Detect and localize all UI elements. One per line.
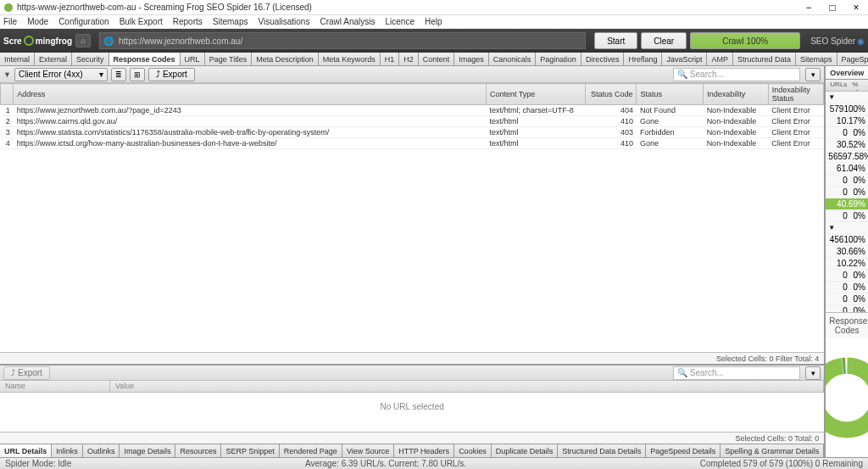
col-header[interactable]: Address bbox=[14, 84, 487, 105]
details-tab-view-source[interactable]: View Source bbox=[342, 444, 394, 457]
close-button[interactable]: × bbox=[848, 2, 865, 14]
details-tab-serp-snippet[interactable]: SERP Snippet bbox=[221, 444, 279, 457]
tree-row[interactable]: Redirection (Jav...00% bbox=[826, 175, 868, 187]
tab-meta-description[interactable]: Meta Description bbox=[252, 53, 319, 65]
tab-external[interactable]: External bbox=[35, 53, 72, 65]
tab-images[interactable]: Images bbox=[454, 53, 489, 65]
tree-row[interactable]: ▼Response Codes bbox=[826, 92, 868, 103]
table-row[interactable]: 2https://www.cairns.qld.gov.au/text/html… bbox=[1, 116, 824, 127]
response-codes-chart bbox=[826, 338, 868, 457]
tree-view-button[interactable]: ⊞ bbox=[130, 68, 145, 81]
tab-hreflang[interactable]: Hreflang bbox=[624, 53, 662, 65]
details-tab-rendered-page[interactable]: Rendered Page bbox=[280, 444, 342, 457]
menu-reports[interactable]: Reports bbox=[173, 17, 203, 26]
tab-pagespeed[interactable]: PageSpeed bbox=[837, 53, 868, 65]
tab-security[interactable]: Security bbox=[72, 53, 109, 65]
menu-bulk export[interactable]: Bulk Export bbox=[120, 17, 163, 26]
sidebar-tab-overview[interactable]: Overview bbox=[826, 66, 868, 79]
details-export-button[interactable]: ⤴Export bbox=[3, 366, 50, 380]
details-tab-image-details[interactable]: Image Details bbox=[120, 444, 175, 457]
tree-row[interactable]: All456100% bbox=[826, 234, 868, 246]
details-tab-inlinks[interactable]: Inlinks bbox=[52, 444, 83, 457]
tree-row[interactable]: No Response30.52% bbox=[826, 139, 868, 151]
menu-visualisations[interactable]: Visualisations bbox=[258, 17, 309, 26]
start-button[interactable]: Start bbox=[594, 32, 637, 49]
tab-amp[interactable]: AMP bbox=[707, 53, 733, 65]
minimize-button[interactable]: − bbox=[800, 2, 817, 14]
tab-page-titles[interactable]: Page Titles bbox=[205, 53, 253, 65]
col-header[interactable]: Indexability bbox=[704, 84, 769, 105]
details-tab-outlinks[interactable]: Outlinks bbox=[83, 444, 120, 457]
tree-row[interactable]: Repetitive Path00% bbox=[826, 293, 868, 305]
tree-row[interactable]: Blocked Resourcei00% bbox=[826, 127, 868, 139]
tab-h1[interactable]: H1 bbox=[381, 53, 400, 65]
col-header[interactable]: Status Code bbox=[586, 84, 637, 105]
tree-row[interactable]: Contains Space00% bbox=[826, 305, 868, 312]
url-input[interactable]: 🌐 https://www.jeznorthweb.com.au/ bbox=[99, 32, 586, 49]
maximize-button[interactable]: □ bbox=[824, 2, 841, 14]
tree-row[interactable]: Multiple Slashes00% bbox=[826, 282, 868, 293]
filter-icon: ▼ bbox=[3, 70, 11, 79]
search-input[interactable]: 🔍 Search... bbox=[673, 68, 800, 81]
tab-h2[interactable]: H2 bbox=[399, 53, 419, 65]
details-tab-resources[interactable]: Resources bbox=[175, 444, 221, 457]
details-tab-cookies[interactable]: Cookies bbox=[454, 444, 492, 457]
tab-pagination[interactable]: Pagination bbox=[536, 53, 581, 65]
overview-tree[interactable]: ▼Response CodesAll579100%Blocked by Rob.… bbox=[826, 92, 868, 312]
menu-file[interactable]: File bbox=[3, 17, 17, 26]
details-tab-duplicate-details[interactable]: Duplicate Details bbox=[492, 444, 559, 457]
tab-response-codes[interactable]: Response Codes bbox=[109, 53, 181, 65]
tree-row[interactable]: Underscores10.22% bbox=[826, 258, 868, 270]
search-icon: 🔍 bbox=[677, 368, 687, 377]
crawl-progress-button[interactable]: Crawl 100% bbox=[690, 32, 800, 49]
tree-row[interactable]: Server Error (5xx)00% bbox=[826, 210, 868, 222]
details-search-input[interactable]: 🔍 Search... bbox=[673, 366, 800, 380]
tab-canonicals[interactable]: Canonicals bbox=[489, 53, 537, 65]
details-tab-pagespeed-details[interactable]: PageSpeed Details bbox=[646, 444, 721, 457]
table-row[interactable]: 4https://www.ictsd.org/how-many-australi… bbox=[1, 138, 824, 149]
details-tab-spelling-&-grammar-details[interactable]: Spelling & Grammar Details bbox=[721, 444, 824, 457]
tab-javascript[interactable]: JavaScript bbox=[662, 53, 707, 65]
tree-row[interactable]: Client Error (4xx)40.69% bbox=[826, 198, 868, 210]
menu-mode[interactable]: Mode bbox=[27, 17, 48, 26]
menu-help[interactable]: Help bbox=[425, 17, 442, 26]
brand-label: SEO Spider ◉ bbox=[810, 36, 865, 46]
table-row[interactable]: 1https://www.jeznorthweb.com.au/?page_id… bbox=[1, 105, 824, 116]
tab-directives[interactable]: Directives bbox=[581, 53, 625, 65]
tree-row[interactable]: Success (2xx)56597.58% bbox=[826, 151, 868, 163]
tree-row[interactable]: Blocked by Rob...10.17% bbox=[826, 115, 868, 127]
menu-crawl analysis[interactable]: Crawl Analysis bbox=[320, 17, 375, 26]
details-tab-http-headers[interactable]: HTTP Headers bbox=[394, 444, 454, 457]
tab-sitemaps[interactable]: Sitemaps bbox=[796, 53, 837, 65]
details-tab-structured-data-details[interactable]: Structured Data Details bbox=[558, 444, 646, 457]
menu-configuration[interactable]: Configuration bbox=[58, 17, 108, 26]
list-view-button[interactable]: ≣ bbox=[111, 68, 126, 81]
col-header[interactable]: Status bbox=[637, 84, 704, 105]
export-button[interactable]: ⤴Export bbox=[148, 68, 195, 81]
tab-content[interactable]: Content bbox=[419, 53, 455, 65]
menu-sitemaps[interactable]: Sitemaps bbox=[213, 17, 248, 26]
results-table[interactable]: AddressContent TypeStatus CodeStatusInde… bbox=[0, 83, 824, 352]
tree-row[interactable]: Uppercase00% bbox=[826, 270, 868, 282]
sidebar-col-headers: URLs % of... bbox=[826, 80, 868, 92]
col-header[interactable]: Content Type bbox=[486, 84, 585, 105]
tree-row[interactable]: Redirection (3xx)61.04% bbox=[826, 163, 868, 175]
menu-licence[interactable]: Licence bbox=[385, 17, 414, 26]
table-row[interactable]: 3https://www.statista.com/statistics/117… bbox=[1, 127, 824, 138]
tree-row[interactable]: Redirection (Met...00% bbox=[826, 187, 868, 198]
tree-row[interactable]: Non ASCII Char...30.66% bbox=[826, 246, 868, 258]
home-button[interactable]: ⌂ bbox=[75, 34, 91, 47]
tree-row[interactable]: ▼URL bbox=[826, 222, 868, 234]
details-search-settings-button[interactable]: ▾ bbox=[805, 366, 821, 380]
search-settings-button[interactable]: ▾ bbox=[805, 68, 821, 81]
details-tab-url-details[interactable]: URL Details bbox=[0, 444, 52, 457]
tab-url[interactable]: URL bbox=[181, 53, 205, 65]
tab-meta-keywords[interactable]: Meta Keywords bbox=[319, 53, 381, 65]
tab-internal[interactable]: Internal bbox=[0, 53, 35, 65]
filter-dropdown[interactable]: Client Error (4xx)▾ bbox=[14, 68, 108, 81]
clear-button[interactable]: Clear bbox=[641, 32, 687, 49]
tree-row[interactable]: All579100% bbox=[826, 103, 868, 115]
tab-structured-data[interactable]: Structured Data bbox=[733, 53, 796, 65]
col-header[interactable]: Indexability Status bbox=[768, 84, 824, 105]
col-header[interactable] bbox=[1, 84, 14, 105]
